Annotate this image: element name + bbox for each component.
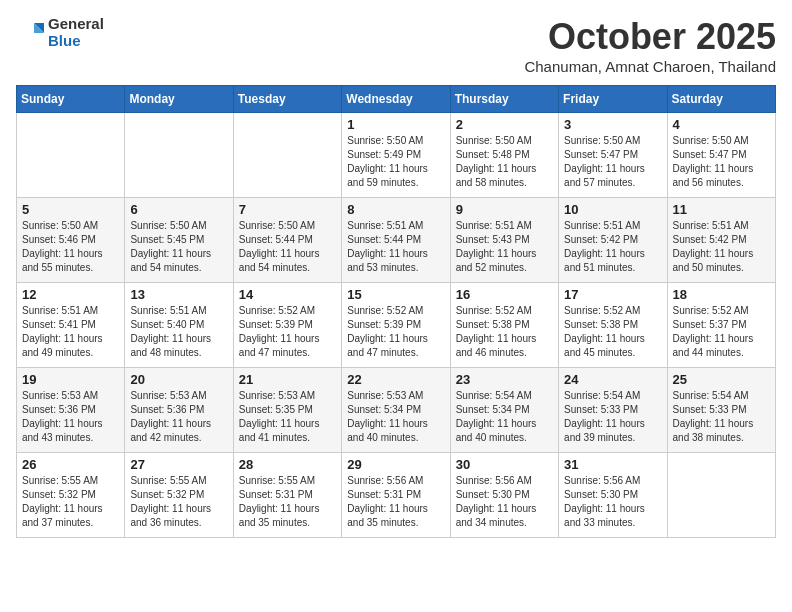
- cell-content: Sunrise: 5:56 AM Sunset: 5:30 PM Dayligh…: [564, 474, 661, 530]
- calendar-cell: 13Sunrise: 5:51 AM Sunset: 5:40 PM Dayli…: [125, 283, 233, 368]
- location: Chanuman, Amnat Charoen, Thailand: [524, 58, 776, 75]
- calendar-cell: 12Sunrise: 5:51 AM Sunset: 5:41 PM Dayli…: [17, 283, 125, 368]
- weekday-header-tuesday: Tuesday: [233, 86, 341, 113]
- calendar-cell: 20Sunrise: 5:53 AM Sunset: 5:36 PM Dayli…: [125, 368, 233, 453]
- cell-content: Sunrise: 5:52 AM Sunset: 5:38 PM Dayligh…: [564, 304, 661, 360]
- week-row-4: 19Sunrise: 5:53 AM Sunset: 5:36 PM Dayli…: [17, 368, 776, 453]
- weekday-header-wednesday: Wednesday: [342, 86, 450, 113]
- calendar-cell: 7Sunrise: 5:50 AM Sunset: 5:44 PM Daylig…: [233, 198, 341, 283]
- cell-content: Sunrise: 5:56 AM Sunset: 5:31 PM Dayligh…: [347, 474, 444, 530]
- calendar-table: SundayMondayTuesdayWednesdayThursdayFrid…: [16, 85, 776, 538]
- month-title: October 2025: [524, 16, 776, 58]
- calendar-cell: 19Sunrise: 5:53 AM Sunset: 5:36 PM Dayli…: [17, 368, 125, 453]
- calendar-cell: 6Sunrise: 5:50 AM Sunset: 5:45 PM Daylig…: [125, 198, 233, 283]
- calendar-cell: 17Sunrise: 5:52 AM Sunset: 5:38 PM Dayli…: [559, 283, 667, 368]
- cell-content: Sunrise: 5:54 AM Sunset: 5:33 PM Dayligh…: [564, 389, 661, 445]
- calendar-cell: 1Sunrise: 5:50 AM Sunset: 5:49 PM Daylig…: [342, 113, 450, 198]
- day-number: 6: [130, 202, 227, 217]
- cell-content: Sunrise: 5:50 AM Sunset: 5:48 PM Dayligh…: [456, 134, 553, 190]
- calendar-cell: 9Sunrise: 5:51 AM Sunset: 5:43 PM Daylig…: [450, 198, 558, 283]
- day-number: 29: [347, 457, 444, 472]
- weekday-header-thursday: Thursday: [450, 86, 558, 113]
- cell-content: Sunrise: 5:50 AM Sunset: 5:46 PM Dayligh…: [22, 219, 119, 275]
- weekday-header-monday: Monday: [125, 86, 233, 113]
- cell-content: Sunrise: 5:51 AM Sunset: 5:43 PM Dayligh…: [456, 219, 553, 275]
- cell-content: Sunrise: 5:51 AM Sunset: 5:40 PM Dayligh…: [130, 304, 227, 360]
- cell-content: Sunrise: 5:52 AM Sunset: 5:39 PM Dayligh…: [239, 304, 336, 360]
- calendar-cell: [233, 113, 341, 198]
- calendar-cell: 28Sunrise: 5:55 AM Sunset: 5:31 PM Dayli…: [233, 453, 341, 538]
- day-number: 28: [239, 457, 336, 472]
- page-header: General Blue October 2025 Chanuman, Amna…: [16, 16, 776, 75]
- cell-content: Sunrise: 5:50 AM Sunset: 5:44 PM Dayligh…: [239, 219, 336, 275]
- cell-content: Sunrise: 5:52 AM Sunset: 5:37 PM Dayligh…: [673, 304, 770, 360]
- calendar-cell: 16Sunrise: 5:52 AM Sunset: 5:38 PM Dayli…: [450, 283, 558, 368]
- logo: General Blue: [16, 16, 104, 49]
- day-number: 10: [564, 202, 661, 217]
- calendar-cell: 4Sunrise: 5:50 AM Sunset: 5:47 PM Daylig…: [667, 113, 775, 198]
- day-number: 31: [564, 457, 661, 472]
- day-number: 23: [456, 372, 553, 387]
- calendar-cell: 15Sunrise: 5:52 AM Sunset: 5:39 PM Dayli…: [342, 283, 450, 368]
- day-number: 21: [239, 372, 336, 387]
- cell-content: Sunrise: 5:53 AM Sunset: 5:36 PM Dayligh…: [22, 389, 119, 445]
- weekday-header-saturday: Saturday: [667, 86, 775, 113]
- week-row-1: 1Sunrise: 5:50 AM Sunset: 5:49 PM Daylig…: [17, 113, 776, 198]
- cell-content: Sunrise: 5:55 AM Sunset: 5:32 PM Dayligh…: [130, 474, 227, 530]
- calendar-cell: [667, 453, 775, 538]
- cell-content: Sunrise: 5:53 AM Sunset: 5:36 PM Dayligh…: [130, 389, 227, 445]
- logo-blue: Blue: [48, 33, 104, 50]
- week-row-5: 26Sunrise: 5:55 AM Sunset: 5:32 PM Dayli…: [17, 453, 776, 538]
- calendar-cell: 10Sunrise: 5:51 AM Sunset: 5:42 PM Dayli…: [559, 198, 667, 283]
- calendar-cell: 22Sunrise: 5:53 AM Sunset: 5:34 PM Dayli…: [342, 368, 450, 453]
- calendar-cell: 26Sunrise: 5:55 AM Sunset: 5:32 PM Dayli…: [17, 453, 125, 538]
- day-number: 20: [130, 372, 227, 387]
- calendar-cell: 31Sunrise: 5:56 AM Sunset: 5:30 PM Dayli…: [559, 453, 667, 538]
- weekday-header-sunday: Sunday: [17, 86, 125, 113]
- cell-content: Sunrise: 5:51 AM Sunset: 5:42 PM Dayligh…: [673, 219, 770, 275]
- logo-general: General: [48, 16, 104, 33]
- week-row-2: 5Sunrise: 5:50 AM Sunset: 5:46 PM Daylig…: [17, 198, 776, 283]
- calendar-cell: 3Sunrise: 5:50 AM Sunset: 5:47 PM Daylig…: [559, 113, 667, 198]
- calendar-cell: [17, 113, 125, 198]
- day-number: 18: [673, 287, 770, 302]
- day-number: 5: [22, 202, 119, 217]
- week-row-3: 12Sunrise: 5:51 AM Sunset: 5:41 PM Dayli…: [17, 283, 776, 368]
- calendar-cell: [125, 113, 233, 198]
- weekday-header-friday: Friday: [559, 86, 667, 113]
- day-number: 19: [22, 372, 119, 387]
- day-number: 14: [239, 287, 336, 302]
- day-number: 30: [456, 457, 553, 472]
- calendar-cell: 14Sunrise: 5:52 AM Sunset: 5:39 PM Dayli…: [233, 283, 341, 368]
- cell-content: Sunrise: 5:53 AM Sunset: 5:34 PM Dayligh…: [347, 389, 444, 445]
- day-number: 1: [347, 117, 444, 132]
- calendar-cell: 25Sunrise: 5:54 AM Sunset: 5:33 PM Dayli…: [667, 368, 775, 453]
- calendar-cell: 21Sunrise: 5:53 AM Sunset: 5:35 PM Dayli…: [233, 368, 341, 453]
- day-number: 3: [564, 117, 661, 132]
- day-number: 22: [347, 372, 444, 387]
- calendar-cell: 24Sunrise: 5:54 AM Sunset: 5:33 PM Dayli…: [559, 368, 667, 453]
- calendar-cell: 18Sunrise: 5:52 AM Sunset: 5:37 PM Dayli…: [667, 283, 775, 368]
- calendar-cell: 23Sunrise: 5:54 AM Sunset: 5:34 PM Dayli…: [450, 368, 558, 453]
- day-number: 13: [130, 287, 227, 302]
- weekday-header-row: SundayMondayTuesdayWednesdayThursdayFrid…: [17, 86, 776, 113]
- day-number: 9: [456, 202, 553, 217]
- cell-content: Sunrise: 5:50 AM Sunset: 5:47 PM Dayligh…: [673, 134, 770, 190]
- cell-content: Sunrise: 5:55 AM Sunset: 5:31 PM Dayligh…: [239, 474, 336, 530]
- cell-content: Sunrise: 5:51 AM Sunset: 5:41 PM Dayligh…: [22, 304, 119, 360]
- day-number: 25: [673, 372, 770, 387]
- calendar-cell: 27Sunrise: 5:55 AM Sunset: 5:32 PM Dayli…: [125, 453, 233, 538]
- cell-content: Sunrise: 5:56 AM Sunset: 5:30 PM Dayligh…: [456, 474, 553, 530]
- cell-content: Sunrise: 5:52 AM Sunset: 5:38 PM Dayligh…: [456, 304, 553, 360]
- calendar-cell: 8Sunrise: 5:51 AM Sunset: 5:44 PM Daylig…: [342, 198, 450, 283]
- day-number: 26: [22, 457, 119, 472]
- cell-content: Sunrise: 5:51 AM Sunset: 5:42 PM Dayligh…: [564, 219, 661, 275]
- title-block: October 2025 Chanuman, Amnat Charoen, Th…: [524, 16, 776, 75]
- logo-text: General Blue: [48, 16, 104, 49]
- logo-icon: [16, 19, 44, 47]
- cell-content: Sunrise: 5:55 AM Sunset: 5:32 PM Dayligh…: [22, 474, 119, 530]
- day-number: 15: [347, 287, 444, 302]
- cell-content: Sunrise: 5:54 AM Sunset: 5:33 PM Dayligh…: [673, 389, 770, 445]
- day-number: 4: [673, 117, 770, 132]
- day-number: 24: [564, 372, 661, 387]
